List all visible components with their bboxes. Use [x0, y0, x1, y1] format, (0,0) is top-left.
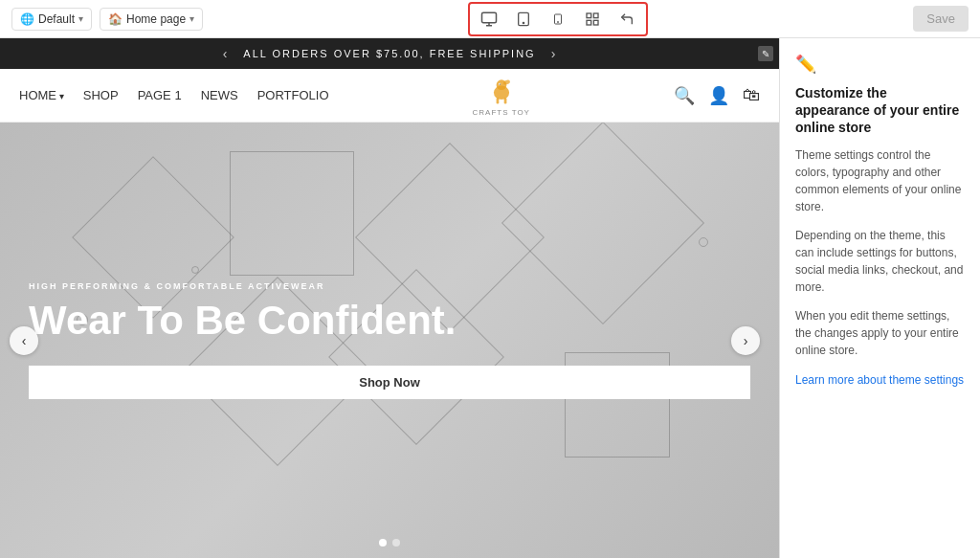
svg-point-6 [558, 21, 559, 22]
ann-prev-btn[interactable]: ‹ [223, 46, 229, 61]
toolbar-center-icons [468, 2, 648, 36]
store-logo: CRAFTS TOY [473, 74, 530, 117]
main-area: ‹ ALL ORDERS OVER $75.00, FREE SHIPPING … [0, 38, 980, 558]
store-nav: HOME SHOP PAGE 1 NEWS PORTFOLIO [0, 69, 779, 123]
svg-rect-8 [594, 13, 599, 18]
nav-news[interactable]: NEWS [201, 88, 238, 102]
announcement-bar: ‹ ALL ORDERS OVER $75.00, FREE SHIPPING … [0, 38, 779, 69]
top-toolbar: 🌐 Default ▾ 🏠 Home page ▾ [0, 0, 980, 38]
right-panel: ✏️ Customize the appearance of your enti… [779, 38, 980, 558]
ann-next-btn[interactable]: › [551, 46, 557, 61]
carousel-dots [379, 539, 400, 547]
hero-subtitle: HIGH PERFORMING & COMFORTABLE ACTIVEWEAR [29, 281, 750, 291]
nav-portfolio[interactable]: PORTFOLIO [257, 88, 329, 102]
carousel-next-btn[interactable]: › [731, 326, 760, 355]
announcement-edit-btn[interactable]: ✎ [758, 46, 773, 61]
mobile-icon [552, 11, 564, 28]
logo-horse-icon [484, 74, 519, 108]
nav-home[interactable]: HOME [19, 88, 64, 102]
panel-title: Customize the appearance of your entire … [795, 84, 965, 137]
undo-icon [619, 11, 635, 27]
search-icon[interactable]: 🔍 [674, 85, 695, 106]
undo-btn[interactable] [612, 6, 642, 33]
svg-rect-0 [482, 12, 497, 23]
svg-point-4 [523, 22, 524, 23]
homepage-chevron: ▾ [189, 13, 194, 24]
nav-action-icons: 🔍 👤 🛍 [674, 85, 760, 106]
panel-para3: When you edit theme settings, the change… [795, 307, 965, 359]
announcement-text: ALL ORDERS OVER $75.00, FREE SHIPPING [243, 48, 535, 59]
dot-2[interactable] [392, 539, 400, 547]
tablet-view-btn[interactable] [508, 6, 539, 33]
panel-learn-more-link[interactable]: Learn more about theme settings [795, 373, 964, 387]
carousel-prev-btn[interactable]: ‹ [10, 326, 38, 355]
toolbar-right: Save [913, 6, 969, 32]
hero-overlay: HIGH PERFORMING & COMFORTABLE ACTIVEWEAR… [0, 123, 779, 558]
default-label: Default [38, 12, 75, 26]
brand-name: CRAFTS TOY [473, 108, 530, 117]
svg-rect-7 [587, 13, 591, 18]
panel-pencil-icon: ✏️ [795, 54, 965, 75]
default-chevron: ▾ [78, 13, 83, 24]
nav-links: HOME SHOP PAGE 1 NEWS PORTFOLIO [19, 88, 329, 102]
save-button[interactable]: Save [913, 6, 969, 32]
svg-rect-15 [503, 98, 506, 103]
svg-rect-14 [496, 98, 499, 103]
grid-icon [585, 11, 600, 27]
panel-para1: Theme settings control the colors, typog… [795, 146, 965, 215]
preview-panel: ‹ ALL ORDERS OVER $75.00, FREE SHIPPING … [0, 38, 779, 558]
hero-section: HIGH PERFORMING & COMFORTABLE ACTIVEWEAR… [0, 123, 779, 558]
homepage-label: Home page [126, 12, 186, 26]
homepage-btn[interactable]: 🏠 Home page ▾ [100, 8, 203, 31]
store-preview: ‹ ALL ORDERS OVER $75.00, FREE SHIPPING … [0, 38, 779, 558]
dot-1[interactable] [379, 539, 387, 547]
globe-icon: 🌐 [20, 12, 34, 26]
desktop-view-btn[interactable] [474, 6, 504, 33]
tablet-icon [516, 11, 531, 28]
mobile-view-btn[interactable] [543, 6, 573, 33]
home-icon: 🏠 [108, 12, 122, 26]
svg-rect-9 [587, 20, 591, 25]
toolbar-left: 🌐 Default ▾ 🏠 Home page ▾ [11, 8, 203, 31]
svg-rect-10 [594, 20, 599, 25]
desktop-icon [480, 11, 498, 28]
svg-point-17 [500, 84, 501, 85]
panel-para2: Depending on the theme, this can include… [795, 227, 965, 296]
account-icon[interactable]: 👤 [708, 85, 729, 106]
nav-page1[interactable]: PAGE 1 [138, 88, 182, 102]
grid-view-btn[interactable] [577, 6, 608, 33]
default-btn[interactable]: 🌐 Default ▾ [11, 8, 92, 31]
nav-shop[interactable]: SHOP [83, 88, 119, 102]
hero-title: Wear To Be Confident. [29, 299, 750, 343]
shop-now-btn[interactable]: Shop Now [29, 366, 750, 399]
cart-icon[interactable]: 🛍 [743, 85, 760, 106]
